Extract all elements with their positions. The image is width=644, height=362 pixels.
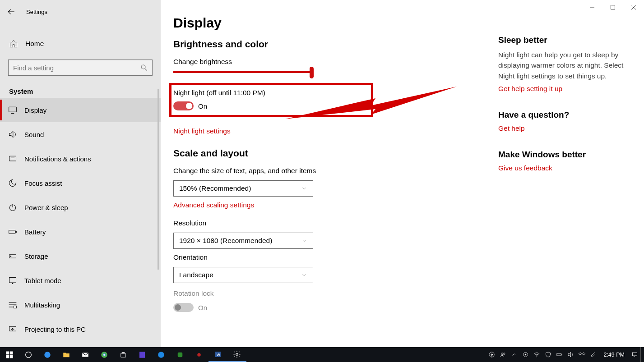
feedback-title: Make Windows better xyxy=(498,150,625,160)
svg-rect-52 xyxy=(557,353,561,356)
taskbar-word[interactable]: W xyxy=(208,347,227,362)
night-light-state: On xyxy=(198,102,207,110)
page-title: Display xyxy=(173,15,498,31)
scale-dropdown[interactable]: 150% (Recommended) xyxy=(173,180,313,197)
taskbar-store[interactable] xyxy=(114,347,133,362)
main-content: Display Brightness and color Change brig… xyxy=(161,0,644,347)
orientation-dropdown[interactable]: Landscape xyxy=(173,267,313,283)
window-controls xyxy=(582,0,644,14)
svg-marker-54 xyxy=(568,353,571,357)
svg-point-48 xyxy=(504,353,505,355)
taskbar-mail[interactable] xyxy=(76,347,95,362)
tray-location-icon[interactable] xyxy=(520,347,531,362)
tray-defender-icon[interactable] xyxy=(542,347,554,362)
start-button[interactable] xyxy=(0,347,19,362)
svg-point-44 xyxy=(236,353,238,355)
sidebar-item-notifications[interactable]: Notifications & actions xyxy=(0,147,161,171)
tray-wifi-icon[interactable] xyxy=(531,347,542,362)
back-icon[interactable] xyxy=(7,8,15,16)
get-help-link[interactable]: Get help xyxy=(498,124,625,133)
tray-dropbox-icon[interactable] xyxy=(576,347,588,362)
sidebar-item-sound[interactable]: Sound xyxy=(0,122,161,147)
resolution-dropdown[interactable]: 1920 × 1080 (Recommended) xyxy=(173,233,313,249)
tray-people-icon[interactable] xyxy=(497,347,509,362)
chevron-down-icon xyxy=(301,185,307,192)
taskbar-clock[interactable]: 2:49 PM xyxy=(599,352,629,358)
sidebar-item-battery[interactable]: Battery xyxy=(0,220,161,244)
app-header: Settings xyxy=(0,3,161,21)
taskbar-file-explorer[interactable] xyxy=(57,347,76,362)
svg-point-41 xyxy=(197,353,201,357)
maximize-button[interactable] xyxy=(602,0,623,14)
sidebar-item-focus[interactable]: Focus assist xyxy=(0,171,161,195)
action-center-icon[interactable] xyxy=(629,347,640,362)
brightness-label: Change brightness xyxy=(173,58,498,66)
taskbar-app-1[interactable] xyxy=(133,347,152,362)
resolution-label: Resolution xyxy=(173,219,498,227)
taskbar-chrome[interactable] xyxy=(95,347,114,362)
minimize-button[interactable] xyxy=(582,0,602,14)
svg-rect-7 xyxy=(9,107,17,112)
taskbar-app-2[interactable] xyxy=(171,347,190,362)
projecting-icon xyxy=(8,325,17,334)
svg-rect-27 xyxy=(6,351,9,354)
taskbar-app-3[interactable] xyxy=(190,347,208,362)
search-input[interactable] xyxy=(8,60,153,76)
tray-help-icon[interactable]: ? xyxy=(486,347,497,362)
taskbar-edge[interactable] xyxy=(38,347,57,362)
night-light-settings-link[interactable]: Night light settings xyxy=(173,127,498,135)
resolution-value: 1920 × 1080 (Recommended) xyxy=(179,237,272,245)
sound-icon xyxy=(8,130,17,139)
svg-point-32 xyxy=(44,352,51,358)
svg-rect-30 xyxy=(10,355,13,358)
notifications-icon xyxy=(8,154,17,163)
battery-icon xyxy=(8,227,17,236)
night-light-label: Night light (off until 11:00 PM) xyxy=(173,89,294,97)
sidebar-item-tablet[interactable]: Tablet mode xyxy=(0,268,161,293)
taskbar-messenger[interactable] xyxy=(152,347,171,362)
sidebar: Settings Home System Display Sound Notif… xyxy=(0,0,161,347)
night-light-toggle[interactable] xyxy=(173,101,194,110)
scale-section-heading: Scale and layout xyxy=(173,148,498,159)
tray-volume-icon[interactable] xyxy=(565,347,576,362)
brightness-slider[interactable] xyxy=(173,71,312,73)
show-desktop-button[interactable] xyxy=(640,347,644,362)
sidebar-item-storage[interactable]: Storage xyxy=(0,244,161,268)
svg-rect-37 xyxy=(121,353,126,357)
category-title: System xyxy=(0,78,161,98)
sidebar-item-power[interactable]: Power & sleep xyxy=(0,195,161,220)
tray-chevron-up-icon[interactable] xyxy=(509,347,520,362)
sidebar-item-label: Projecting to this PC xyxy=(24,325,86,333)
taskbar-settings[interactable] xyxy=(227,347,246,362)
taskbar: W ? 2:49 PM xyxy=(0,347,644,362)
sidebar-scrollbar[interactable] xyxy=(158,89,159,270)
tray-pen-icon[interactable] xyxy=(588,347,599,362)
home-icon xyxy=(9,39,18,48)
svg-point-19 xyxy=(12,283,13,284)
svg-point-36 xyxy=(103,354,105,356)
brightness-slider-thumb[interactable] xyxy=(310,67,314,78)
sleep-setup-link[interactable]: Get help setting it up xyxy=(498,85,625,93)
question-title: Have a question? xyxy=(498,110,625,120)
svg-rect-10 xyxy=(9,156,16,161)
home-label: Home xyxy=(25,40,44,48)
sleep-better-body: Night light can help you get to sleep by… xyxy=(498,50,625,81)
sidebar-item-display[interactable]: Display xyxy=(0,98,161,122)
sidebar-item-label: Notifications & actions xyxy=(24,155,91,163)
close-button[interactable] xyxy=(623,0,644,14)
feedback-link[interactable]: Give us feedback xyxy=(498,164,625,172)
svg-marker-55 xyxy=(579,353,582,355)
svg-rect-40 xyxy=(178,352,183,357)
tray-battery-icon[interactable] xyxy=(554,347,565,362)
storage-icon xyxy=(8,252,17,261)
sidebar-item-multitasking[interactable]: Multitasking xyxy=(0,293,161,317)
advanced-scaling-link[interactable]: Advanced scaling settings xyxy=(173,201,498,209)
sidebar-item-projecting[interactable]: Projecting to this PC xyxy=(0,317,161,341)
svg-rect-18 xyxy=(9,277,16,283)
cortana-button[interactable] xyxy=(19,347,38,362)
svg-rect-28 xyxy=(10,351,13,354)
multitasking-icon xyxy=(8,300,17,309)
power-icon xyxy=(8,203,17,212)
sidebar-item-label: Focus assist xyxy=(24,179,62,187)
sidebar-home[interactable]: Home xyxy=(0,32,161,56)
